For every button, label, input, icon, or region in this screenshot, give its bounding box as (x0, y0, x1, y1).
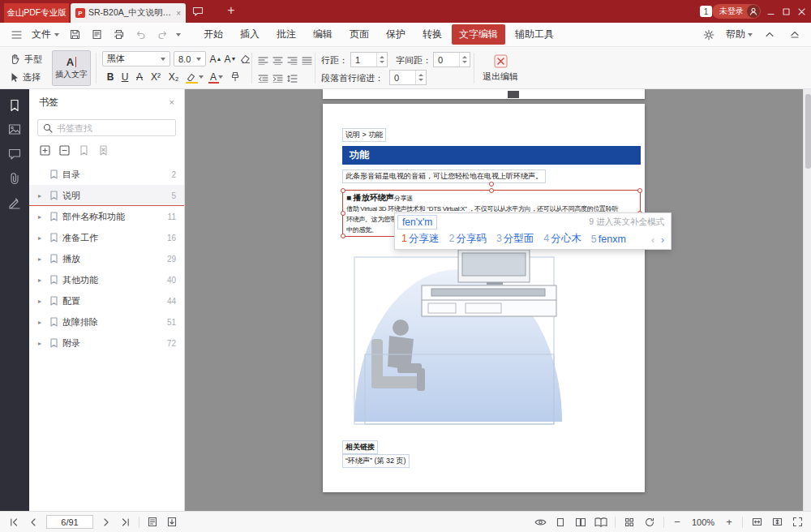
single-page-view-icon[interactable] (554, 515, 567, 530)
align-justify-icon[interactable] (300, 53, 313, 68)
bookmark-item[interactable]: ▸ 说明 5 (29, 185, 184, 206)
document-tab[interactable]: P SR-B20A_中文说明书.pdf × (71, 3, 186, 23)
related-links-label[interactable]: 相关链接 (342, 440, 378, 454)
previous-page-button[interactable] (27, 515, 40, 530)
spinner-arrows[interactable] (415, 71, 426, 84)
collapse-all-icon[interactable] (59, 145, 70, 156)
app-home-tab[interactable]: 金山PDF专业版 (4, 3, 69, 23)
maximize-button[interactable] (779, 0, 794, 23)
menu-tab[interactable]: 转换 (415, 24, 449, 45)
rotate-view-icon[interactable] (643, 515, 656, 530)
expand-arrow-icon[interactable]: ▸ (38, 234, 45, 242)
decrease-indent-icon[interactable] (256, 71, 269, 86)
breadcrumb[interactable]: 说明 > 功能 (342, 128, 386, 142)
gear-icon[interactable] (701, 27, 717, 43)
intro-text[interactable]: 此条形音箱是电视的音箱，可让您轻松地在电视上听环绕声。 (342, 169, 546, 183)
line-spacing-icon[interactable] (285, 71, 298, 86)
line-spacing-input[interactable]: 1 (350, 52, 388, 67)
font-family-select[interactable]: 黑体 (102, 51, 170, 66)
ime-candidate[interactable]: 1分享迷 (401, 232, 439, 246)
menu-tab[interactable]: 文字编辑 (452, 24, 505, 45)
menu-tab[interactable]: 开始 (196, 24, 230, 45)
zoom-level[interactable]: 100% (690, 517, 716, 527)
format-painter-icon[interactable] (229, 69, 242, 84)
feedback-bubble-icon[interactable] (192, 6, 204, 16)
align-right-icon[interactable] (285, 53, 298, 68)
notification-badge[interactable]: 1 (700, 6, 712, 17)
continuous-scroll-icon[interactable] (165, 515, 178, 530)
align-left-icon[interactable] (256, 53, 269, 68)
expand-arrow-icon[interactable]: ▸ (38, 192, 45, 200)
collapse-ribbon-icon[interactable] (762, 27, 778, 43)
last-page-button[interactable] (119, 515, 132, 530)
clear-format-eraser-icon[interactable] (238, 51, 251, 66)
minimize-button[interactable] (763, 0, 779, 23)
bookmark-item[interactable]: ▸ 附录 72 (29, 332, 184, 354)
increase-indent-icon[interactable] (271, 71, 284, 86)
close-button[interactable] (794, 0, 809, 23)
ime-next-page-icon[interactable]: › (661, 234, 664, 246)
resize-handle[interactable] (341, 211, 345, 216)
expand-arrow-icon[interactable]: ▸ (38, 319, 45, 326)
rotate-handle[interactable] (489, 182, 494, 187)
underline-button[interactable]: U (118, 69, 131, 84)
delete-bookmark-icon[interactable] (98, 145, 109, 156)
subscript-button[interactable]: X₂ (167, 69, 180, 84)
new-tab-button[interactable]: + (222, 2, 240, 19)
menu-tab[interactable]: 辅助工具 (508, 24, 561, 45)
expand-all-icon[interactable] (40, 145, 50, 156)
thumbnail-grid-icon[interactable] (623, 515, 636, 530)
resize-handle[interactable] (489, 188, 494, 193)
font-size-select[interactable]: 8.0 (174, 51, 206, 66)
undo-icon[interactable] (132, 27, 148, 43)
select-tool-button[interactable]: 选择 (10, 70, 41, 84)
increase-font-size-button[interactable]: A▲ (209, 51, 222, 66)
next-page-button[interactable] (100, 515, 113, 530)
expand-arrow-icon[interactable]: ▸ (38, 340, 45, 347)
file-menu[interactable]: 文件 (32, 28, 59, 41)
ime-candidate[interactable]: 3分型面 (496, 232, 534, 246)
menu-tab[interactable]: 页面 (342, 24, 376, 45)
hamburger-icon[interactable] (8, 27, 24, 43)
resize-handle[interactable] (341, 234, 345, 238)
hand-tool-button[interactable]: 手型 (10, 52, 42, 66)
expand-arrow-icon[interactable]: ▸ (38, 213, 45, 221)
bookmark-item[interactable]: ▸ 部件名称和功能 11 (29, 206, 184, 227)
bookmark-search[interactable] (37, 119, 176, 136)
bold-button[interactable]: B (104, 69, 117, 84)
fullscreen-icon[interactable] (791, 515, 804, 530)
decrease-font-size-button[interactable]: A▼ (224, 51, 237, 66)
indent-input[interactable]: 0 (389, 70, 427, 85)
print-preview-icon[interactable] (88, 27, 105, 43)
bookmark-item[interactable]: ▸ 播放 29 (29, 248, 184, 269)
highlight-color-button[interactable] (185, 69, 204, 84)
fit-page-icon[interactable] (770, 515, 783, 530)
ime-candidate[interactable]: 4分心木 (543, 232, 581, 246)
bookmark-item[interactable]: ▸ 其他功能 40 (29, 269, 184, 290)
scrollbar-thumb[interactable] (805, 94, 811, 169)
tab-close-icon[interactable]: × (176, 9, 181, 18)
bookmark-search-input[interactable] (57, 123, 170, 133)
history-caret-icon[interactable] (176, 33, 181, 36)
ime-prev-page-icon[interactable]: ‹ (651, 234, 654, 246)
align-center-icon[interactable] (271, 53, 284, 68)
document-viewport[interactable]: 说明 > 功能 功能 此条形音箱是电视的音箱，可让您轻松地在电视上听环绕声。 ■… (185, 89, 803, 511)
page-scroll-mode-icon[interactable] (146, 515, 159, 530)
char-spacing-input[interactable]: 0 (433, 52, 470, 67)
signature-panel-icon[interactable] (8, 196, 21, 209)
fit-width-icon[interactable] (750, 515, 763, 530)
bookmark-item[interactable]: ▸ 准备工作 16 (29, 227, 184, 248)
add-bookmark-icon[interactable] (79, 145, 89, 156)
font-color-button[interactable]: A (208, 69, 225, 84)
menu-tab[interactable]: 保护 (379, 24, 413, 45)
page-number-input[interactable] (46, 515, 93, 529)
thumbnails-panel-icon[interactable] (8, 123, 21, 136)
menu-tab[interactable]: 插入 (233, 24, 267, 45)
two-page-view-icon[interactable] (574, 515, 587, 530)
expand-arrow-icon[interactable]: ▸ (38, 255, 45, 263)
expand-arrow-icon[interactable]: ▸ (38, 277, 45, 284)
book-view-icon[interactable] (594, 515, 607, 530)
page-heading[interactable]: 功能 (342, 146, 641, 165)
save-icon[interactable] (67, 27, 83, 43)
bookmarks-panel-icon[interactable] (8, 99, 21, 112)
